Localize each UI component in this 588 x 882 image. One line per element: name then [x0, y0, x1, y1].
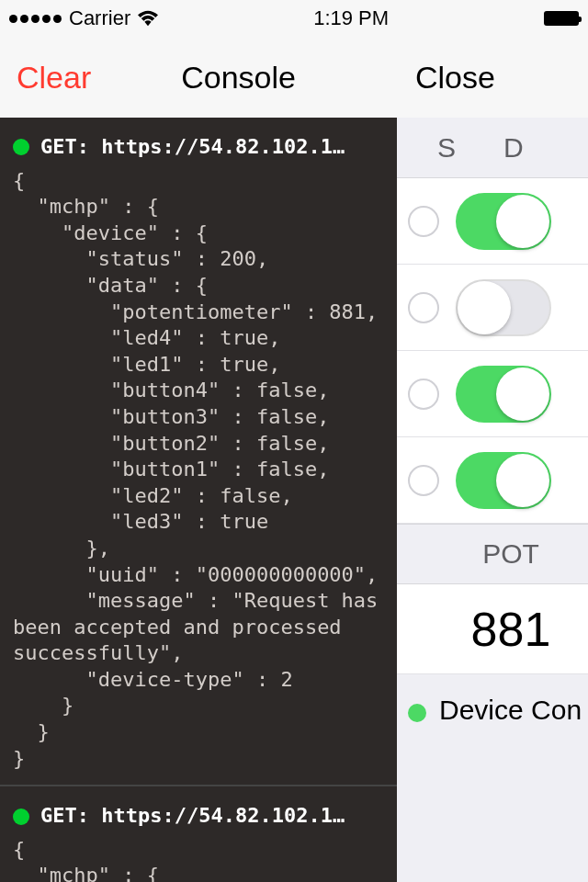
status-dot-icon — [13, 808, 29, 825]
signal-dots-icon — [9, 15, 62, 23]
wifi-icon — [138, 10, 158, 27]
radio-icon[interactable] — [408, 465, 439, 496]
status-left: Carrier — [9, 6, 158, 30]
connection-dot-icon — [408, 704, 426, 722]
radio-icon[interactable] — [408, 292, 439, 323]
switch-row-4 — [397, 437, 588, 524]
console-panel[interactable]: GET: https://54.82.102.1… { "mchp" : { "… — [0, 118, 397, 882]
pot-section-header: POT — [397, 524, 588, 584]
toggle-switch-4[interactable] — [456, 452, 551, 509]
radio-icon[interactable] — [408, 379, 439, 410]
console-title: Console — [181, 60, 296, 96]
radio-icon[interactable] — [408, 206, 439, 237]
switch-row-3 — [397, 351, 588, 437]
tab-d[interactable]: D — [480, 132, 548, 164]
status-bar: Carrier 1:19 PM — [0, 0, 588, 37]
toggle-switch-3[interactable] — [456, 366, 551, 423]
clear-button[interactable]: Clear — [17, 60, 91, 96]
side-nav-bar: Close — [397, 37, 588, 118]
log-entry[interactable]: GET: https://54.82.102.1… { "mchp" : { "… — [0, 786, 397, 882]
log-entry[interactable]: GET: https://54.82.102.1… { "mchp" : { "… — [0, 118, 397, 786]
pot-value: 881 — [397, 584, 588, 674]
device-connection-row: Device Con — [397, 674, 588, 882]
tab-s[interactable]: S — [413, 132, 480, 164]
close-button[interactable]: Close — [415, 60, 495, 96]
toggle-switch-1[interactable] — [456, 193, 551, 250]
device-connection-label: Device Con — [439, 695, 582, 726]
device-side-panel: Close S D POT 881 Device Con — [397, 118, 588, 882]
log-body: { "mchp" : { "device" : { "status" : 200… — [13, 168, 384, 773]
switch-row-1 — [397, 178, 588, 265]
switch-row-2 — [397, 265, 588, 351]
status-dot-icon — [13, 139, 29, 155]
status-time: 1:19 PM — [313, 6, 389, 30]
log-body: { "mchp" : { "device" : { "status" : 200… — [13, 837, 384, 882]
toggle-switch-2[interactable] — [456, 279, 551, 336]
log-header: GET: https://54.82.102.1… — [40, 134, 345, 161]
side-tabs: S D — [397, 118, 588, 178]
battery-icon — [544, 11, 579, 26]
carrier-label: Carrier — [69, 6, 130, 30]
log-header: GET: https://54.82.102.1… — [40, 803, 345, 830]
